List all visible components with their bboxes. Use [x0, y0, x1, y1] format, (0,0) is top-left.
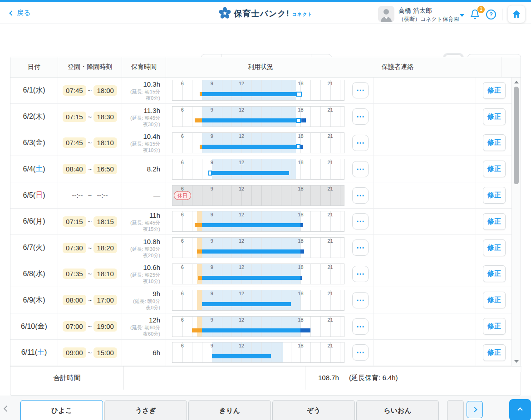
- edit-button[interactable]: 修正: [483, 134, 506, 151]
- hour-gridline: [251, 264, 252, 284]
- vertical-scrollbar-thumb[interactable]: [514, 87, 519, 184]
- footer-tab-bar: ひよこうさぎきりんぞうらいおん: [0, 396, 531, 420]
- hour-gridline: [231, 186, 232, 205]
- duration-cell: 8.2h: [122, 156, 166, 182]
- hour-gridline: [231, 159, 232, 179]
- edit-button[interactable]: 修正: [483, 82, 506, 99]
- departure-time[interactable]: 19:00: [93, 321, 117, 332]
- more-button[interactable]: ⋯: [352, 318, 369, 335]
- back-link[interactable]: 戻る: [10, 9, 30, 17]
- edit-button[interactable]: 修正: [483, 108, 506, 125]
- arrival-time[interactable]: 07:30: [63, 243, 86, 253]
- class-tab-1[interactable]: ひよこ: [20, 400, 103, 420]
- scroll-down-arrow-icon[interactable]: [514, 360, 519, 363]
- hour-gridline: [192, 238, 192, 258]
- duration-value: 10.8h: [143, 237, 160, 246]
- hour-label: 6: [181, 186, 184, 191]
- edit-button[interactable]: 修正: [483, 292, 506, 308]
- attendance-segment: [202, 276, 300, 280]
- extension-note-line2: 夜20分): [143, 252, 160, 259]
- extension-note-line2: 夜60分): [143, 331, 160, 337]
- usage-cell: 69121821 ⋯: [166, 209, 374, 234]
- arrival-time[interactable]: 07:15: [63, 112, 86, 122]
- hour-label: 12: [239, 107, 244, 112]
- hour-label: 18: [298, 186, 303, 191]
- edit-button[interactable]: 修正: [483, 239, 506, 256]
- more-button[interactable]: ⋯: [352, 292, 369, 308]
- more-button[interactable]: ⋯: [352, 239, 369, 256]
- summary-row: 合計時間 108.7h (延長保育: 6.4h): [10, 366, 521, 390]
- departure-time[interactable]: 16:50: [93, 164, 117, 174]
- departure-time[interactable]: 18:10: [93, 137, 117, 148]
- scroll-up-arrow-icon[interactable]: [514, 81, 519, 83]
- edit-cell: 修正: [476, 287, 512, 313]
- edit-cell: 修正: [476, 261, 512, 287]
- more-button[interactable]: ⋯: [352, 161, 369, 177]
- help-icon[interactable]: ?: [486, 10, 496, 20]
- duration-cell: 11.3h (延長: 朝45分 夜30分): [122, 104, 166, 130]
- class-tab-5[interactable]: らいおん: [356, 400, 439, 420]
- departure-time[interactable]: 17:00: [93, 295, 117, 305]
- arrival-time[interactable]: 09:00: [63, 347, 86, 358]
- arrival-time[interactable]: 08:40: [63, 164, 86, 174]
- class-tab-2[interactable]: うさぎ: [104, 400, 187, 420]
- home-button[interactable]: [507, 5, 526, 23]
- hour-gridline: [291, 80, 291, 100]
- arrival-time[interactable]: 07:45: [63, 85, 86, 96]
- edit-button[interactable]: 修正: [483, 344, 506, 361]
- arrival-time[interactable]: 07:35: [63, 269, 86, 279]
- arrival-time[interactable]: 07:00: [63, 321, 86, 332]
- more-button[interactable]: ⋯: [352, 135, 369, 151]
- more-button[interactable]: ⋯: [352, 187, 369, 204]
- extension-note-line1: (延長: 朝45分: [130, 220, 160, 226]
- contact-cell: [374, 261, 476, 287]
- time-cell: 07:35 ~ 18:10: [58, 261, 122, 287]
- time-cell: 08:40 ~ 16:50: [58, 156, 122, 182]
- departure-time[interactable]: 18:00: [93, 85, 117, 96]
- time-cell: 07:30 ~ 18:20: [58, 235, 122, 261]
- arrival-time[interactable]: 07:45: [63, 137, 86, 148]
- tabs-scroll-left-icon[interactable]: [4, 405, 10, 412]
- user-menu-caret-icon[interactable]: [460, 14, 464, 17]
- departure-time[interactable]: 15:00: [93, 347, 117, 358]
- more-button[interactable]: ⋯: [352, 108, 369, 125]
- departure-time[interactable]: 18:20: [93, 243, 117, 253]
- partial-tab[interactable]: [447, 400, 464, 420]
- vertical-scrollbar[interactable]: [511, 78, 521, 366]
- departure-time[interactable]: 18:10: [93, 269, 117, 279]
- usage-cell: 69121821 ⋯: [166, 287, 374, 313]
- date-cell: 6/7(火): [10, 235, 58, 261]
- edit-cell: 修正: [476, 235, 512, 261]
- hour-gridline: [231, 133, 232, 153]
- class-tab-4[interactable]: ぞう: [272, 400, 355, 420]
- arrival-time[interactable]: 07:15: [63, 216, 86, 227]
- hour-gridline: [271, 211, 271, 231]
- edit-button[interactable]: 修正: [483, 318, 506, 335]
- more-button[interactable]: ⋯: [352, 82, 369, 98]
- tabs-next-button[interactable]: [467, 401, 483, 418]
- out-of-schedule-segment: [296, 118, 301, 123]
- more-icon: ⋯: [356, 219, 364, 224]
- arrival-time[interactable]: 08:00: [63, 295, 86, 305]
- edit-button[interactable]: 修正: [483, 213, 506, 230]
- edit-button[interactable]: 修正: [483, 161, 506, 177]
- hour-label: 9: [211, 343, 213, 348]
- more-button[interactable]: ⋯: [352, 266, 369, 282]
- more-button[interactable]: ⋯: [352, 213, 369, 230]
- avatar[interactable]: [378, 6, 394, 22]
- departure-time[interactable]: 18:15: [93, 216, 117, 227]
- hour-label: 6: [181, 264, 184, 270]
- scroll-to-top-button[interactable]: [509, 399, 531, 420]
- hour-label: 21: [327, 107, 333, 112]
- hour-label: 9: [211, 212, 213, 217]
- time-cell: 08:00 ~ 17:00: [58, 287, 122, 313]
- usage-timeline: 69121821: [172, 159, 344, 180]
- more-button[interactable]: ⋯: [352, 344, 369, 361]
- edit-button[interactable]: 修正: [483, 265, 506, 282]
- class-tab-3[interactable]: きりん: [188, 400, 271, 420]
- edit-button[interactable]: 修正: [483, 187, 506, 204]
- hour-label: 12: [239, 238, 244, 244]
- extension-hours-band: [197, 238, 202, 258]
- departure-time[interactable]: 18:30: [93, 112, 117, 122]
- hour-label: 21: [327, 81, 333, 86]
